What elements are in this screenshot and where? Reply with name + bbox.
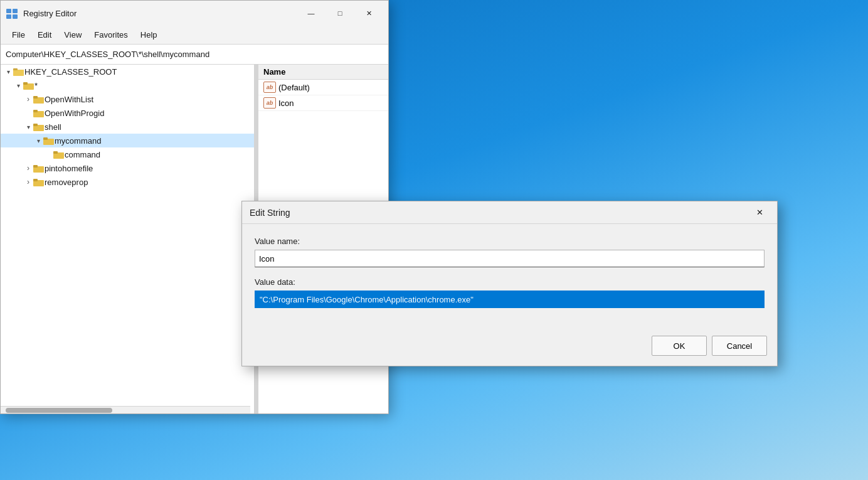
edit-string-dialog: Edit String ✕ Value name: Value data: OK… [241,201,778,366]
dialog-title: Edit String [250,208,749,218]
dialog-close-button[interactable]: ✕ [749,204,770,221]
cancel-button[interactable]: Cancel [712,336,767,356]
dialog-title-bar: Edit String ✕ [242,201,777,224]
value-data-label: Value data: [255,277,765,287]
value-name-label: Value name: [255,237,765,246]
dialog-body: Value name: Value data: [242,224,777,328]
ok-button[interactable]: OK [652,336,707,356]
value-data-input[interactable] [255,291,765,308]
value-name-input[interactable] [255,250,765,267]
dialog-buttons: OK Cancel [242,328,777,366]
dialog-overlay: Edit String ✕ Value name: Value data: OK… [0,0,868,480]
